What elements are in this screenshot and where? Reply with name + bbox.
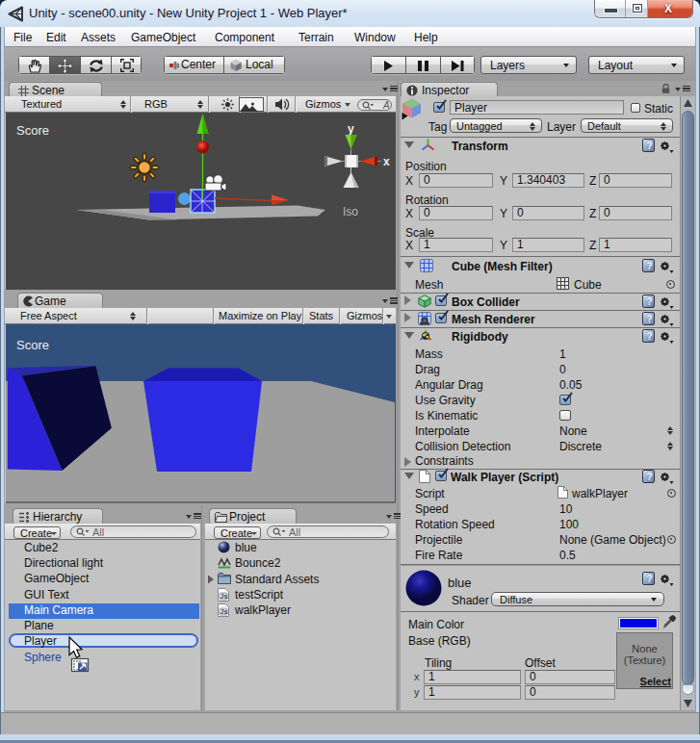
svg-text:y: y (348, 122, 354, 136)
svg-text:x: x (383, 155, 390, 168)
svg-text:Js: Js (220, 608, 228, 615)
svg-text:Iso: Iso (343, 205, 358, 218)
svg-text:Js: Js (220, 593, 228, 600)
